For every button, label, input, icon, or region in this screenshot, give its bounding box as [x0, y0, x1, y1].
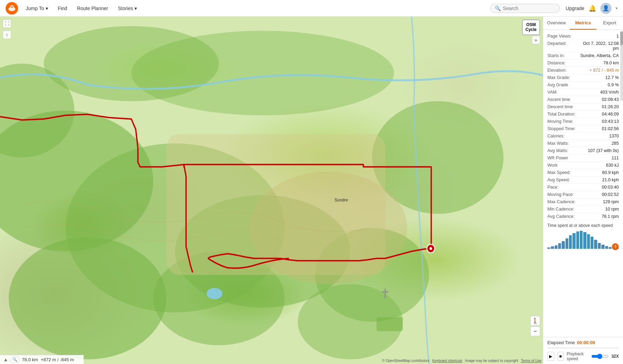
stop-button[interactable]: ■ [557, 352, 564, 361]
tab-overview[interactable]: Overview [543, 17, 570, 30]
speed-bar [569, 235, 572, 249]
wr-power-label: WR Power [547, 156, 568, 160]
page-views-label: Page Views: [547, 34, 571, 39]
bottom-elevation: +872 m / -845 m [41, 357, 74, 362]
scrollbar-thumb[interactable] [620, 31, 623, 45]
speed-bar [591, 237, 593, 249]
moving-time-label: Moving Time: [547, 119, 573, 124]
sidebar-tabs: Overview Metrics Export [543, 17, 623, 30]
speed-bar [601, 245, 604, 249]
upgrade-button[interactable]: Upgrade [566, 6, 584, 11]
speed-bar [562, 241, 564, 249]
elevation-icon: ▲ [3, 357, 8, 362]
speed-bar [587, 234, 590, 249]
elevation-label: Elevation: [547, 68, 567, 73]
nav-find[interactable]: Find [56, 4, 69, 13]
sidebar: Overview Metrics Export Page Views: 1 De… [543, 17, 623, 364]
hill-shade [0, 17, 543, 364]
tab-metrics[interactable]: Metrics [570, 17, 596, 30]
ascent-time-label: Ascent time [547, 97, 570, 102]
metric-wr-power: WR Power 111 [547, 155, 619, 162]
map-area[interactable]: ✝ Sundre [0, 17, 543, 364]
street-view-button[interactable]: 🚶 [530, 316, 540, 326]
avg-speed-label: Avg Speed: [547, 177, 570, 182]
search-input[interactable] [503, 6, 552, 11]
metric-elevation: Elevation: + 872 / - 845 m [547, 67, 619, 74]
progress-bar-container[interactable] [547, 347, 619, 349]
speed-chart-title: Time spent at or above each speed [547, 223, 619, 228]
metric-max-cadence: Max Cadence: 129 rpm [547, 198, 619, 206]
stopped-time-value: 01:02:56 [602, 126, 619, 131]
speed-bar [609, 247, 612, 249]
calories-label: Calories: [547, 134, 564, 139]
nav-stories[interactable]: Stories ▾ [116, 4, 139, 13]
metric-max-grade: Max Grade: 12.7 % [547, 74, 619, 81]
bottom-status-bar: ▲ 🔍 78.0 km +872 m / -845 m [0, 355, 84, 364]
svg-point-17 [207, 288, 222, 299]
nav-jump-to[interactable]: Jump To ▾ [24, 4, 50, 13]
metric-moving-pace: Moving Pace: 00:02:52 [547, 191, 619, 198]
zoom-out-button[interactable]: − [530, 326, 540, 336]
starts-in-value: Sundre, Alberta, CA [580, 53, 619, 58]
speed-bar [558, 243, 561, 249]
search-bar[interactable]: 🔍 [490, 4, 560, 13]
svg-point-21 [430, 247, 432, 250]
svg-rect-19 [377, 317, 403, 331]
metric-vam: VAM 403 Vm/h [547, 89, 619, 96]
notifications-bell[interactable]: 🔔 [589, 5, 596, 12]
avg-grade-label: Avg Grade [547, 82, 568, 87]
metric-departed: Departed: Oct 7, 2022, 12:08 pm [547, 40, 619, 52]
zoom-indicator: 🔍 [11, 357, 19, 363]
distance-value: 78.0 km [603, 61, 619, 65]
map-attribution: © OpenStreetMap contributors Keyboard sh… [382, 359, 541, 363]
max-cadence-label: Max Cadence: [547, 199, 576, 204]
map-canvas: ✝ Sundre [0, 17, 543, 364]
metric-avg-cadence: Avg Cadence: 78.1 rpm [547, 213, 619, 220]
playback-speed-slider[interactable] [591, 354, 609, 359]
metric-moving-time: Moving Time: 03:43:13 [547, 118, 619, 125]
elevation-value: + 872 / - 845 m [590, 68, 619, 73]
metric-max-watts: Max Watts: 285 [547, 140, 619, 147]
user-avatar[interactable]: 👤 [600, 3, 612, 14]
max-speed-label: Max Speed: [547, 170, 571, 175]
top-navigation: Jump To ▾ Find Route Planner Stories ▾ 🔍… [0, 0, 623, 17]
descent-time-value: 01:26:20 [602, 104, 619, 109]
svg-point-12 [131, 31, 394, 115]
tab-export[interactable]: Export [597, 17, 623, 30]
svg-point-14 [315, 228, 429, 322]
scrollbar-track[interactable] [620, 31, 623, 101]
speed-bar [551, 246, 554, 249]
svg-point-9 [298, 284, 403, 359]
play-button[interactable]: ▶ [547, 352, 554, 361]
vam-label: VAM [547, 90, 556, 95]
stopped-time-label: Stopped Time: [547, 126, 576, 131]
metric-descent-time: Descent time 01:26:20 [547, 103, 619, 111]
speed-bar [555, 245, 557, 249]
metric-total-duration: Total Duration: 04:46:09 [547, 111, 619, 118]
max-grade-label: Max Grade: [547, 75, 570, 80]
expand-sidebar-button[interactable]: » [532, 36, 540, 44]
calories-value: 1370 [609, 134, 619, 139]
avg-speed-value: 21.0 kph [602, 177, 619, 182]
descent-time-label: Descent time [547, 104, 573, 109]
collapse-button[interactable]: ⟩ [3, 31, 11, 39]
metric-pace: Pace: 00:03:40 [547, 184, 619, 191]
logo[interactable] [6, 2, 18, 15]
metric-calories: Calories: 1370 [547, 133, 619, 140]
page-views-value: 1 [616, 34, 619, 39]
metric-ascent-time: Ascent time 02:09:43 [547, 96, 619, 103]
svg-point-10 [0, 64, 75, 158]
playback-label: Playback speed [567, 351, 588, 361]
nav-route-planner[interactable]: Route Planner [75, 4, 110, 13]
chart-help-button[interactable]: ? [612, 243, 619, 250]
avatar-chevron[interactable]: ▾ [616, 6, 617, 10]
fullscreen-button[interactable]: ⛶ [3, 19, 11, 28]
total-duration-label: Total Duration: [547, 112, 576, 117]
avg-watts-value: 107 (37 with 0s) [588, 148, 619, 153]
map-layer-toggle[interactable]: OSM Cycle [522, 19, 540, 35]
speed-bar [580, 231, 583, 249]
avg-watts-label: Avg Watts: [547, 148, 568, 153]
svg-point-3 [11, 6, 13, 8]
moving-time-value: 03:43:13 [602, 119, 619, 124]
elapsed-section: Elapsed Time 00:00:00 ▶ ■ Playback speed… [543, 337, 623, 364]
